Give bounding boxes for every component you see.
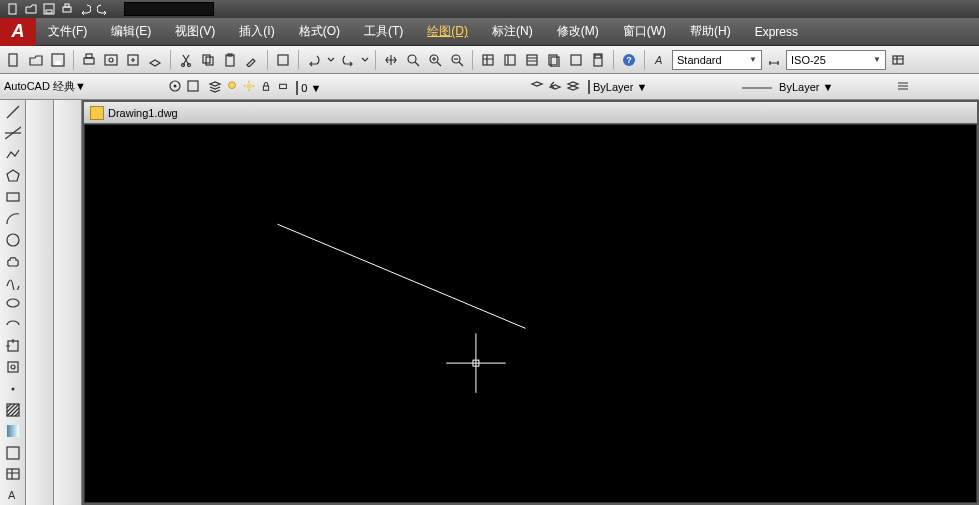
menu-modify[interactable]: 修改(M) xyxy=(545,19,611,44)
point-tool[interactable] xyxy=(2,379,24,398)
ellipse-tool[interactable] xyxy=(2,294,24,313)
layer-color-swatch xyxy=(296,81,298,95)
tool-palettes-button[interactable] xyxy=(522,50,542,70)
new-button[interactable] xyxy=(4,50,24,70)
sheet-set-button[interactable] xyxy=(544,50,564,70)
3dprint-button[interactable] xyxy=(145,50,165,70)
undo-button[interactable] xyxy=(304,50,324,70)
cut-button[interactable] xyxy=(176,50,196,70)
menu-edit[interactable]: 编辑(E) xyxy=(99,19,163,44)
dim-style-icon[interactable] xyxy=(764,50,784,70)
layer-name: 0 xyxy=(301,82,307,94)
layer-combo[interactable]: 0 ▼ xyxy=(226,80,526,94)
xline-tool[interactable] xyxy=(2,123,24,142)
color-swatch xyxy=(588,80,590,94)
zoom-window-button[interactable] xyxy=(425,50,445,70)
table-style-button[interactable] xyxy=(888,50,908,70)
separator xyxy=(375,50,376,70)
document-title: Drawing1.dwg xyxy=(108,107,178,119)
spline-tool[interactable] xyxy=(2,273,24,292)
polyline-tool[interactable] xyxy=(2,145,24,164)
svg-text:A: A xyxy=(654,54,662,66)
match-props-button[interactable] xyxy=(242,50,262,70)
qat-undo-icon[interactable] xyxy=(78,2,92,16)
app-logo[interactable]: A xyxy=(0,18,36,46)
open-button[interactable] xyxy=(26,50,46,70)
plot-button[interactable] xyxy=(79,50,99,70)
qat-new-icon[interactable] xyxy=(6,2,20,16)
copy-button[interactable] xyxy=(198,50,218,70)
hatch-tool[interactable] xyxy=(2,400,24,419)
insert-block-tool[interactable] xyxy=(2,336,24,355)
linetype-combo[interactable]: ByLayer ▼ xyxy=(742,81,892,93)
workspace-save-button[interactable] xyxy=(186,79,200,95)
arc-tool[interactable] xyxy=(2,209,24,228)
window-preview-thumbnail xyxy=(124,2,214,16)
zoom-previous-button[interactable] xyxy=(447,50,467,70)
document-tab[interactable]: Drawing1.dwg xyxy=(84,102,977,124)
text-style-combo[interactable]: Standard▼ xyxy=(672,50,762,70)
menu-help[interactable]: 帮助(H) xyxy=(678,19,743,44)
revcloud-tool[interactable] xyxy=(2,251,24,270)
circle-tool[interactable] xyxy=(2,230,24,249)
menu-draw[interactable]: 绘图(D) xyxy=(415,19,480,44)
layer-properties-button[interactable] xyxy=(208,79,222,95)
lineweight-button[interactable] xyxy=(896,79,910,95)
separator xyxy=(613,50,614,70)
help-button[interactable]: ? xyxy=(619,50,639,70)
layer-prev-button[interactable] xyxy=(548,79,562,95)
menu-tools[interactable]: 工具(T) xyxy=(352,19,415,44)
color-combo[interactable]: ByLayer ▼ xyxy=(588,81,738,93)
dim-style-value: ISO-25 xyxy=(791,54,826,66)
polygon-tool[interactable] xyxy=(2,166,24,185)
table-tool[interactable] xyxy=(2,464,24,483)
menu-format[interactable]: 格式(O) xyxy=(287,19,352,44)
rectangle-tool[interactable] xyxy=(2,187,24,206)
svg-rect-54 xyxy=(7,425,19,437)
chevron-down-icon: ▼ xyxy=(873,55,881,64)
redo-button[interactable] xyxy=(338,50,358,70)
modify-toolbar-b xyxy=(54,100,82,505)
menu-view[interactable]: 视图(V) xyxy=(163,19,227,44)
main-area: A H xyxy=(0,100,979,505)
svg-rect-8 xyxy=(84,58,94,64)
calc-button[interactable] xyxy=(588,50,608,70)
ellipse-arc-tool[interactable] xyxy=(2,315,24,334)
design-center-button[interactable] xyxy=(500,50,520,70)
separator xyxy=(170,50,171,70)
dim-style-combo[interactable]: ISO-25▼ xyxy=(786,50,886,70)
workspace-settings-button[interactable] xyxy=(168,79,182,95)
workspace-combo[interactable]: AutoCAD 经典▼ xyxy=(4,79,164,94)
qat-redo-icon[interactable] xyxy=(96,2,110,16)
drawing-canvas[interactable] xyxy=(84,124,977,503)
plot-preview-button[interactable] xyxy=(101,50,121,70)
properties-button[interactable] xyxy=(478,50,498,70)
layer-states-button[interactable] xyxy=(566,79,580,95)
menu-express[interactable]: Express xyxy=(743,21,810,43)
svg-rect-24 xyxy=(505,55,515,65)
line-tool[interactable] xyxy=(2,102,24,121)
publish-button[interactable] xyxy=(123,50,143,70)
drawn-line[interactable] xyxy=(278,224,526,328)
pan-button[interactable] xyxy=(381,50,401,70)
text-style-icon[interactable]: A xyxy=(650,50,670,70)
make-block-tool[interactable] xyxy=(2,358,24,377)
qat-open-icon[interactable] xyxy=(24,2,38,16)
region-tool[interactable] xyxy=(2,443,24,462)
menu-file[interactable]: 文件(F) xyxy=(36,19,99,44)
zoom-realtime-button[interactable] xyxy=(403,50,423,70)
paste-button[interactable] xyxy=(220,50,240,70)
menu-insert[interactable]: 插入(I) xyxy=(227,19,286,44)
gradient-tool[interactable] xyxy=(2,422,24,441)
markup-button[interactable] xyxy=(566,50,586,70)
mtext-tool[interactable]: A xyxy=(2,486,24,505)
menu-window[interactable]: 窗口(W) xyxy=(611,19,678,44)
block-editor-button[interactable] xyxy=(273,50,293,70)
qat-print-icon[interactable] xyxy=(60,2,74,16)
save-button[interactable] xyxy=(48,50,68,70)
menu-dimension[interactable]: 标注(N) xyxy=(480,19,545,44)
undo-dropdown[interactable] xyxy=(326,50,336,70)
layer-off-button[interactable] xyxy=(530,79,544,95)
qat-save-icon[interactable] xyxy=(42,2,56,16)
redo-dropdown[interactable] xyxy=(360,50,370,70)
